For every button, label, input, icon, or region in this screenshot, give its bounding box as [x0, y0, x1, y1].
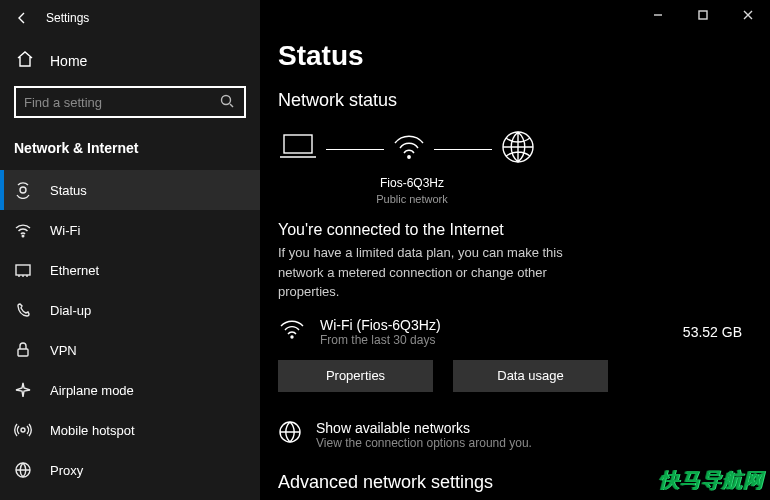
airplane-icon	[14, 381, 32, 399]
close-icon	[743, 10, 753, 20]
wifi-usage-row: Wi-Fi (Fios-6Q3Hz) From the last 30 days…	[278, 316, 742, 348]
status-icon	[14, 181, 32, 199]
diagram-labels: Fios-6Q3Hz Public network	[352, 175, 472, 207]
wifi-period: From the last 30 days	[320, 333, 669, 347]
minimize-button[interactable]	[635, 0, 680, 30]
wifi-icon	[278, 316, 306, 348]
sidebar-item-label: Proxy	[50, 463, 83, 478]
sidebar-item-label: Airplane mode	[50, 383, 134, 398]
svg-point-1	[20, 187, 26, 193]
laptop-icon	[278, 131, 318, 167]
svg-point-5	[21, 428, 25, 432]
search-input[interactable]	[14, 86, 246, 118]
data-usage-label: Data usage	[497, 368, 564, 383]
sidebar-item-proxy[interactable]: Proxy	[0, 450, 260, 490]
sidebar-item-vpn[interactable]: VPN	[0, 330, 260, 370]
connection-line	[434, 149, 492, 150]
wifi-name: Wi-Fi (Fios-6Q3Hz)	[320, 317, 669, 333]
diagram-network-type: Public network	[352, 192, 472, 207]
search-field[interactable]	[24, 95, 220, 110]
globe-icon	[278, 420, 302, 450]
connected-heading: You're connected to the Internet	[278, 221, 742, 239]
globe-icon	[500, 129, 536, 169]
properties-label: Properties	[326, 368, 385, 383]
svg-point-9	[408, 156, 410, 158]
arrow-left-icon	[15, 11, 29, 25]
section-advanced: Advanced network settings	[278, 472, 742, 493]
minimize-icon	[653, 10, 663, 20]
proxy-icon	[14, 461, 32, 479]
properties-button[interactable]: Properties	[278, 360, 433, 392]
sidebar-item-label: VPN	[50, 343, 77, 358]
home-button[interactable]: Home	[0, 36, 260, 86]
svg-rect-3	[16, 265, 30, 275]
svg-point-11	[291, 336, 293, 338]
available-sub: View the connection options around you.	[316, 436, 532, 450]
hotspot-icon	[14, 421, 32, 439]
window-title: Settings	[46, 11, 89, 25]
wifi-icon	[14, 221, 32, 239]
sidebar-item-wifi[interactable]: Wi-Fi	[0, 210, 260, 250]
sidebar-item-label: Wi-Fi	[50, 223, 80, 238]
home-icon	[16, 50, 34, 72]
connection-line	[326, 149, 384, 150]
sidebar-item-hotspot[interactable]: Mobile hotspot	[0, 410, 260, 450]
sidebar-item-ethernet[interactable]: Ethernet	[0, 250, 260, 290]
wifi-usage-amount: 53.52 GB	[683, 324, 742, 340]
svg-rect-8	[284, 135, 312, 153]
svg-point-0	[222, 96, 231, 105]
search-icon	[220, 94, 236, 110]
vpn-icon	[14, 341, 32, 359]
sidebar-item-label: Mobile hotspot	[50, 423, 135, 438]
back-button[interactable]	[12, 8, 32, 28]
sidebar-item-status[interactable]: Status	[0, 170, 260, 210]
dialup-icon	[14, 301, 32, 319]
sidebar-item-label: Status	[50, 183, 87, 198]
home-label: Home	[50, 53, 87, 69]
sidebar-item-label: Dial-up	[50, 303, 91, 318]
data-usage-button[interactable]: Data usage	[453, 360, 608, 392]
category-label: Network & Internet	[0, 130, 260, 170]
maximize-button[interactable]	[680, 0, 725, 30]
wifi-signal-icon	[392, 131, 426, 167]
titlebar	[260, 0, 770, 32]
show-available-networks[interactable]: Show available networks View the connect…	[278, 420, 742, 450]
sidebar-item-label: Ethernet	[50, 263, 99, 278]
sidebar-item-dialup[interactable]: Dial-up	[0, 290, 260, 330]
diagram-ssid: Fios-6Q3Hz	[352, 175, 472, 192]
connected-body: If you have a limited data plan, you can…	[278, 243, 608, 302]
available-title: Show available networks	[316, 420, 532, 436]
connection-diagram	[278, 129, 742, 169]
sidebar-nav: Status Wi-Fi Ethernet Dial-up VPN Airpla…	[0, 170, 260, 490]
maximize-icon	[698, 10, 708, 20]
section-network-status: Network status	[278, 90, 742, 111]
close-button[interactable]	[725, 0, 770, 30]
svg-rect-4	[18, 349, 28, 356]
svg-point-2	[22, 235, 24, 237]
sidebar-item-airplane[interactable]: Airplane mode	[0, 370, 260, 410]
page-title: Status	[278, 40, 742, 72]
ethernet-icon	[14, 261, 32, 279]
svg-rect-7	[699, 11, 707, 19]
